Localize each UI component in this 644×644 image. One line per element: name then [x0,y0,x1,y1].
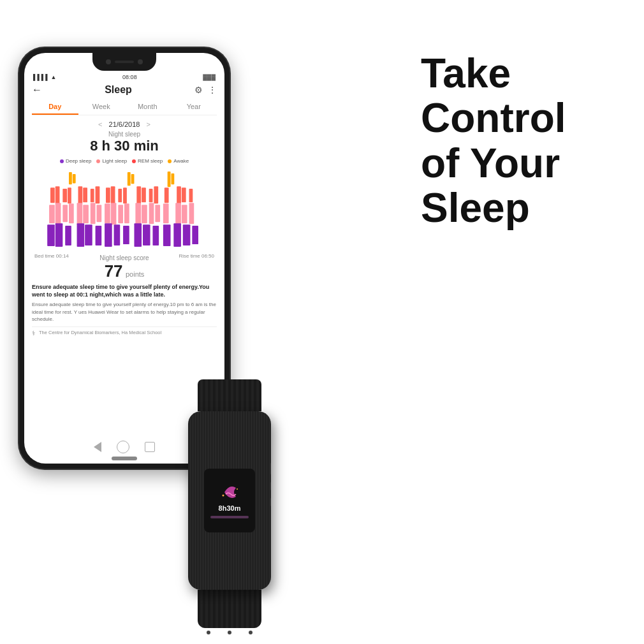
tab-week[interactable]: Week [78,99,125,115]
svg-rect-28 [62,205,68,222]
svg-rect-61 [192,226,198,244]
app-content: ← Sleep ⚙ ⋮ Day Week Month Year [24,80,224,337]
svg-rect-26 [49,205,55,223]
tab-day[interactable]: Day [32,99,78,115]
svg-rect-41 [155,205,160,222]
light-sleep-dot [96,159,100,163]
main-container: ▌▌▌▌ ▲ 08:08 ▓▓▓ ← Sleep ⚙ ⋮ [0,0,644,644]
svg-rect-24 [182,187,186,202]
summary-bold-text: Ensure adequate sleep time to give yours… [32,284,217,298]
recent-nav-button[interactable] [145,442,155,452]
svg-rect-0 [69,172,72,184]
band-sleep-icon [218,483,241,504]
svg-rect-34 [105,203,110,223]
date-prev-button[interactable]: < [98,121,102,128]
headline-text-block: Take Control of Your Sleep [408,51,625,231]
back-nav-button[interactable] [94,442,101,452]
deep-sleep-label: Deep sleep [66,158,91,164]
date-next-button[interactable]: > [146,121,150,128]
svg-rect-18 [136,186,141,203]
svg-rect-3 [131,174,135,184]
svg-rect-17 [123,187,127,203]
status-bar: ▌▌▌▌ ▲ 08:08 ▓▓▓ [24,71,224,80]
date-nav: < 21/6/2018 > [32,121,217,128]
camera-dot2 [138,59,143,64]
headline-line4: Sleep [421,186,625,230]
tab-bar: Day Week Month Year [32,99,217,115]
band-strap-top [198,379,261,411]
menu-icon[interactable]: ⋮ [208,85,217,95]
band-screen: 8h30m [204,469,255,532]
svg-rect-57 [152,226,159,245]
legend-light: Light sleep [96,158,127,164]
status-time: 08:08 [122,74,137,80]
sleep-legend: Deep sleep Light sleep REM sleep Aw [32,158,217,164]
svg-rect-12 [91,189,94,202]
tab-year[interactable]: Year [171,99,217,115]
svg-rect-27 [55,203,61,224]
svg-rect-30 [77,203,83,224]
light-sleep-label: Light sleep [102,158,127,164]
svg-rect-2 [128,172,131,186]
home-nav-button[interactable] [117,441,129,453]
svg-rect-13 [96,186,100,203]
rise-time-label: Rise time 06:50 [179,253,214,259]
side-button-2 [270,481,271,491]
svg-rect-56 [143,224,150,245]
citation-icon: ⚕ [32,330,35,337]
bed-time-label: Bed time 00:14 [34,253,69,259]
camera-dot [106,59,111,64]
share-icon[interactable]: ⚙ [194,85,203,95]
headline-line2: Control [421,96,625,140]
header-icons: ⚙ ⋮ [194,85,217,95]
svg-rect-6 [50,187,55,203]
svg-rect-35 [111,203,117,224]
chart-svg [32,168,217,251]
band-progress-bar [210,516,249,518]
svg-rect-48 [65,226,71,245]
citation-block: ⚕ The Centre for Dynamical Biomarkers, H… [32,326,217,337]
svg-rect-54 [123,226,129,244]
svg-rect-52 [105,223,112,247]
sleep-chart: Bed time 00:14 Rise time 06:50 [32,168,217,251]
back-button[interactable]: ← [32,84,42,96]
band-strap-bottom [198,590,261,628]
deep-sleep-dot [60,159,64,163]
chart-labels: Bed time 00:14 Rise time 06:50 [32,253,217,259]
svg-rect-19 [142,187,146,202]
headline-line3: of Your [421,141,625,186]
svg-rect-23 [177,186,181,203]
svg-rect-50 [85,224,92,245]
phone-notch [92,53,156,71]
svg-rect-60 [183,224,191,245]
svg-rect-7 [55,186,60,203]
svg-rect-55 [134,223,142,247]
wifi-icon: ▲ [51,74,57,80]
svg-rect-43 [175,203,181,224]
rem-sleep-dot [132,159,136,163]
signal-icon: ▌▌▌▌ [33,74,50,80]
side-button-1 [270,462,271,475]
svg-rect-31 [83,205,89,223]
svg-rect-40 [149,203,154,224]
svg-rect-21 [154,186,158,203]
awake-dot [168,159,172,163]
citation-text: The Centre for Dynamical Biomarkers, Ha … [39,330,161,335]
svg-rect-49 [77,223,85,247]
app-header: ← Sleep ⚙ ⋮ [32,80,217,99]
tab-month[interactable]: Month [124,99,171,115]
status-signal: ▌▌▌▌ ▲ [33,74,56,80]
rem-sleep-label: REM sleep [138,158,163,164]
svg-rect-9 [68,187,71,203]
svg-rect-37 [124,203,129,223]
buckle-holes [198,631,261,634]
svg-rect-32 [91,203,96,224]
svg-rect-44 [182,205,187,223]
svg-rect-36 [118,205,123,223]
home-bar [112,457,137,460]
svg-rect-29 [69,203,74,223]
current-date: 21/6/2018 [109,121,140,128]
svg-rect-47 [55,223,63,247]
legend-deep: Deep sleep [60,158,91,164]
svg-rect-59 [173,223,181,247]
